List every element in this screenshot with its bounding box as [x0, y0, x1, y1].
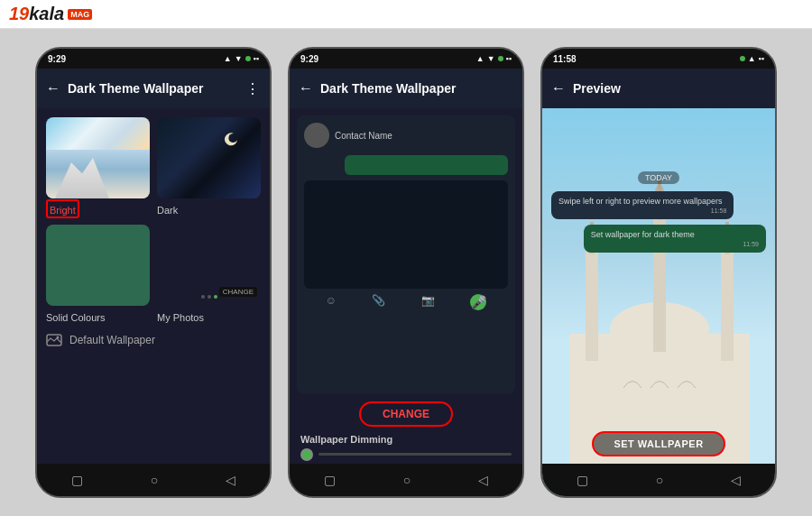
chat-preview-box: Contact Name ☺ 📎 📷 🎤: [297, 115, 515, 394]
signal-icon-2: ▲: [476, 54, 484, 63]
change-button[interactable]: CHANGE: [359, 401, 453, 427]
status-dot-3: [740, 56, 745, 61]
wallpaper-my-photos-item[interactable]: CHANGE My Photos: [157, 225, 261, 325]
dot-2: [208, 295, 211, 299]
back-arrow-icon[interactable]: ←: [46, 80, 60, 97]
nav-circle-icon[interactable]: ○: [151, 473, 158, 487]
today-badge: TODAY: [551, 168, 766, 184]
logo-19: 19kala: [9, 4, 64, 24]
chat-overlay: TODAY Swipe left or right to preview mor…: [551, 168, 766, 253]
phone2-content: Contact Name ☺ 📎 📷 🎤 CHANGE Wallpaper Di…: [290, 108, 522, 496]
back-arrow-icon-3[interactable]: ←: [551, 80, 566, 97]
contact-avatar: [304, 123, 329, 148]
back-arrow-icon-2[interactable]: ←: [299, 80, 313, 97]
msg-bubble-left: Swipe left or right to preview more wall…: [551, 191, 734, 219]
svg-rect-11: [721, 244, 734, 361]
dark-label: Dark: [157, 205, 178, 216]
mic-icon[interactable]: 🎤: [470, 294, 486, 310]
phone3-content: TODAY Swipe left or right to preview mor…: [542, 108, 775, 496]
battery-icon-3: ▪▪: [759, 54, 764, 63]
main-content: 9:29 ▲ ▼ ▪▪ ← Dark Theme Wallpaper ⋮: [0, 29, 812, 516]
my-photos-label: My Photos: [157, 312, 204, 323]
phone-3-frame: 11:58 ▲ ▪▪ ← Preview: [540, 47, 777, 498]
dimming-slider[interactable]: [300, 448, 512, 461]
site-header: 19kala MAG: [0, 0, 812, 29]
default-wallpaper-label: Default Wallpaper: [69, 334, 155, 346]
phone2-bottom-nav: ▢ ○ ◁: [290, 464, 522, 496]
nav-circle-icon-2[interactable]: ○: [403, 473, 411, 487]
dot-1: [201, 295, 205, 299]
phone1-wallpaper-grid: Bright Dark: [37, 108, 270, 364]
nav-triangle-icon[interactable]: ◁: [226, 473, 235, 487]
signal-icon: ▲: [224, 54, 232, 63]
phone2-app-bar: ← Dark Theme Wallpaper: [290, 69, 522, 108]
bright-label-highlight: Bright: [46, 199, 79, 218]
phone1-title: Dark Theme Wallpaper: [68, 81, 238, 96]
today-label: TODAY: [638, 171, 679, 184]
wifi-icon: ▼: [235, 54, 243, 63]
chat-dark-area: [304, 180, 508, 289]
signal-icon-3: ▲: [748, 54, 756, 63]
nav-circle-icon-3[interactable]: ○: [656, 473, 663, 487]
phone2-title: Dark Theme Wallpaper: [320, 81, 513, 96]
site-logo: 19kala MAG: [9, 4, 92, 24]
set-wallpaper-button[interactable]: SET WALLPAPER: [592, 431, 724, 456]
camera-icon[interactable]: 📷: [421, 294, 435, 310]
svg-point-1: [57, 336, 60, 339]
attach-icon[interactable]: 📎: [372, 294, 385, 310]
phone1-status-bar: 9:29 ▲ ▼ ▪▪: [37, 49, 270, 69]
bright-label: Bright: [50, 205, 76, 216]
change-small-label: CHANGE: [219, 287, 257, 297]
slider-handle[interactable]: [300, 448, 313, 461]
default-wallpaper-icon: [46, 332, 62, 348]
phone3-status-bar: 11:58 ▲ ▪▪: [542, 49, 775, 69]
wallpaper-solid-item[interactable]: Solid Colours: [46, 225, 150, 325]
status-dot: [245, 56, 251, 61]
phone1-time: 9:29: [48, 54, 66, 64]
set-wallpaper-btn-wrap: SET WALLPAPER: [542, 431, 775, 456]
phone1-bottom-nav: ▢ ○ ◁: [37, 464, 270, 496]
emoji-icon[interactable]: ☺: [326, 294, 337, 310]
msg-bubble-right: Set wallpaper for dark theme 11:59: [584, 225, 766, 253]
phone1-status-icons: ▲ ▼ ▪▪: [224, 54, 259, 63]
phone2-time: 9:29: [300, 54, 318, 64]
contact-row: Contact Name: [304, 123, 508, 148]
dot-3: [214, 295, 217, 299]
phone3-bottom-nav: ▢ ○ ◁: [542, 464, 775, 496]
phone3-time: 11:58: [553, 54, 577, 64]
phone-1-frame: 9:29 ▲ ▼ ▪▪ ← Dark Theme Wallpaper ⋮: [35, 47, 272, 498]
phone-2-frame: 9:29 ▲ ▼ ▪▪ ← Dark Theme Wallpaper Conta…: [288, 47, 524, 498]
wallpaper-dark-item[interactable]: Dark: [157, 117, 261, 217]
msg-time-right: 11:59: [591, 241, 759, 247]
nav-square-icon[interactable]: ▢: [71, 473, 83, 487]
phone1-app-bar: ← Dark Theme Wallpaper ⋮: [37, 69, 270, 108]
sent-bubble: [345, 155, 508, 175]
nav-triangle-icon-3[interactable]: ◁: [731, 473, 741, 487]
change-btn-wrap: CHANGE: [359, 401, 453, 427]
svg-rect-6: [586, 244, 598, 361]
nav-triangle-icon-2[interactable]: ◁: [478, 473, 488, 487]
logo-mag: MAG: [68, 9, 92, 20]
status-dot-2: [498, 56, 503, 61]
default-wallpaper-row[interactable]: Default Wallpaper: [46, 325, 261, 355]
wifi-icon-2: ▼: [487, 54, 495, 63]
solid-colours-label: Solid Colours: [46, 312, 105, 323]
dimming-title: Wallpaper Dimming: [300, 434, 512, 445]
wallpaper-bright-item[interactable]: Bright: [46, 117, 150, 217]
contact-name: Contact Name: [335, 131, 392, 141]
battery-icon-2: ▪▪: [506, 54, 512, 63]
phone3-app-bar: ← Preview: [542, 69, 775, 108]
phone3-title: Preview: [573, 81, 766, 96]
phone3-status-icons: ▲ ▪▪: [740, 54, 764, 63]
menu-dots-icon[interactable]: ⋮: [245, 80, 261, 97]
phone2-status-bar: 9:29 ▲ ▼ ▪▪: [290, 49, 522, 69]
nav-square-icon-2[interactable]: ▢: [324, 473, 336, 487]
nav-square-icon-3[interactable]: ▢: [577, 473, 588, 487]
slider-track: [318, 453, 512, 456]
msg-time-left: 11:58: [558, 207, 726, 214]
phone2-status-icons: ▲ ▼ ▪▪: [476, 54, 512, 63]
battery-icon: ▪▪: [254, 54, 259, 63]
